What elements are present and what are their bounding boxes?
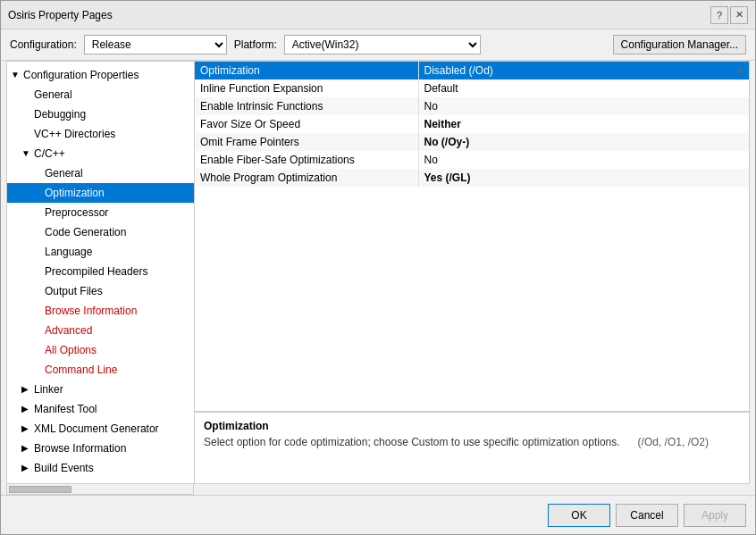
table-row[interactable]: Whole Program Optimization Yes (/GL) <box>195 169 749 187</box>
prop-name: Optimization <box>195 62 418 79</box>
arrow-icon: ▶ <box>21 401 32 417</box>
table-row[interactable]: Omit Frame Pointers No (/Oy-) <box>195 133 749 151</box>
main-content: ▼ Configuration Properties General Debug… <box>6 61 750 484</box>
tree-item-build-events[interactable]: ▶ Build Events <box>7 458 194 478</box>
prop-name: Enable Fiber-Safe Optimizations <box>195 151 418 169</box>
tree-item-label: Build Events <box>34 460 94 476</box>
platform-label: Platform: <box>234 38 277 51</box>
prop-name: Omit Frame Pointers <box>195 133 418 151</box>
prop-value: No <box>418 97 749 115</box>
title-controls: ? ✕ <box>710 6 748 24</box>
properties-table: Optimization Disabled (/Od) ▼ Inline Fun… <box>195 62 749 412</box>
cancel-button[interactable]: Cancel <box>616 504 678 527</box>
prop-value: Yes (/GL) <box>418 169 749 187</box>
tree-item-custom-build[interactable]: ▶ Custom Build Step <box>7 478 194 483</box>
prop-value: Default <box>418 79 749 97</box>
tree-item-linker[interactable]: ▶ Linker <box>7 380 194 399</box>
window-title: Osiris Property Pages <box>8 9 113 21</box>
tree-item-cpp-browse[interactable]: Browse Information <box>7 301 194 321</box>
tree-item-cpp-language[interactable]: Language <box>7 242 194 262</box>
prop-value: Neither <box>418 115 749 133</box>
tree-item-label: Precompiled Headers <box>45 263 147 280</box>
arrow-icon: ▶ <box>21 460 32 476</box>
tree-item-label: Command Line <box>45 362 117 378</box>
prop-value: No (/Oy-) <box>418 133 749 151</box>
tree-item-cpp-advanced[interactable]: Advanced <box>7 321 194 340</box>
right-panel: Optimization Disabled (/Od) ▼ Inline Fun… <box>195 62 749 483</box>
tree-item-cpp-precomp[interactable]: Precompiled Headers <box>7 262 194 281</box>
arrow-icon: ▶ <box>21 440 32 456</box>
toolbar: Configuration: Release Platform: Active(… <box>1 29 755 61</box>
tree-panel: ▼ Configuration Properties General Debug… <box>7 62 195 483</box>
arrow-icon: ▶ <box>21 421 32 437</box>
prop-value-text: Disabled (/Od) <box>424 64 493 77</box>
tree-item-label: All Options <box>45 342 97 358</box>
tree-item-label: Browse Information <box>34 440 126 456</box>
description-text: Select option for code optimization; cho… <box>204 436 740 448</box>
config-manager-button[interactable]: Configuration Manager... <box>613 35 746 54</box>
tree-item-label: Language <box>45 244 92 260</box>
tree-scrollbar[interactable] <box>6 484 194 495</box>
bottom-bar: OK Cancel Apply <box>1 495 755 534</box>
tree-item-label: Advanced <box>45 322 92 339</box>
config-select[interactable]: Release <box>84 35 227 54</box>
tree-item-vc-dirs[interactable]: VC++ Directories <box>7 124 194 144</box>
tree-item-browse-info[interactable]: ▶ Browse Information <box>7 439 194 458</box>
tree-item-label: C/C++ <box>34 146 65 162</box>
tree-item-cpp-codegen[interactable]: Code Generation <box>7 222 194 242</box>
tree-item-cpp-preprocessor[interactable]: Preprocessor <box>7 203 194 222</box>
description-title: Optimization <box>204 420 740 432</box>
tree-item-general[interactable]: General <box>7 85 194 104</box>
table-row[interactable]: Enable Intrinsic Functions No <box>195 97 749 115</box>
table-row[interactable]: Optimization Disabled (/Od) ▼ <box>195 62 749 79</box>
tree-item-label: General <box>45 165 83 181</box>
tree-item-config-props[interactable]: ▼ Configuration Properties <box>7 65 194 85</box>
prop-name: Enable Intrinsic Functions <box>195 97 418 115</box>
tree-item-label: Manifest Tool <box>34 401 97 417</box>
tree-item-debugging[interactable]: Debugging <box>7 104 194 124</box>
tree-item-label: VC++ Directories <box>34 126 115 142</box>
tree-item-label: XML Document Generator <box>34 421 159 437</box>
scroll-thumb[interactable] <box>9 486 71 493</box>
tree-item-manifest-tool[interactable]: ▶ Manifest Tool <box>7 399 194 419</box>
config-label: Configuration: <box>10 38 77 51</box>
arrow-icon: ▼ <box>11 67 21 83</box>
description-panel: Optimization Select option for code opti… <box>195 412 749 483</box>
tree-item-label: General <box>34 87 72 103</box>
dialog: Osiris Property Pages ? ✕ Configuration:… <box>0 0 756 535</box>
title-bar: Osiris Property Pages ? ✕ <box>1 1 755 29</box>
prop-value: No <box>418 151 749 169</box>
arrow-icon: ▶ <box>21 381 32 397</box>
tree-item-label: Debugging <box>34 106 86 122</box>
tree-item-cpp-allopts[interactable]: All Options <box>7 340 194 360</box>
platform-select[interactable]: Active(Win32) <box>284 35 481 54</box>
arrow-icon: ▶ <box>21 480 32 483</box>
table-row[interactable]: Favor Size Or Speed Neither <box>195 115 749 133</box>
tree-item-label: Custom Build Step <box>34 480 122 483</box>
prop-value[interactable]: Disabled (/Od) ▼ <box>418 62 749 79</box>
tree-item-label: Preprocessor <box>45 205 108 221</box>
dropdown-arrow-icon: ▼ <box>736 66 745 76</box>
table-row[interactable]: Enable Fiber-Safe Optimizations No <box>195 151 749 169</box>
tree-item-label: Browse Information <box>45 303 137 319</box>
tree-item-xml-docgen[interactable]: ▶ XML Document Generator <box>7 419 194 439</box>
tree-item-cpp-cmdline[interactable]: Command Line <box>7 360 194 380</box>
tree-item-cpp-output[interactable]: Output Files <box>7 281 194 301</box>
tree-item-label: Configuration Properties <box>23 67 139 83</box>
tree-item-cpp[interactable]: ▼ C/C++ <box>7 144 194 163</box>
prop-name: Whole Program Optimization <box>195 169 418 187</box>
close-button[interactable]: ✕ <box>730 6 748 24</box>
description-text-main: Select option for code optimization; cho… <box>204 436 620 448</box>
tree-item-cpp-general[interactable]: General <box>7 163 194 183</box>
apply-button[interactable]: Apply <box>684 504 746 527</box>
tree-item-label: Linker <box>34 381 63 397</box>
table-row[interactable]: Inline Function Expansion Default <box>195 79 749 97</box>
prop-name: Inline Function Expansion <box>195 79 418 97</box>
tree-item-label: Code Generation <box>45 224 126 240</box>
prop-name: Favor Size Or Speed <box>195 115 418 133</box>
tree-item-cpp-optimization[interactable]: Optimization <box>7 183 194 203</box>
ok-button[interactable]: OK <box>548 504 610 527</box>
tree-item-label: Output Files <box>45 283 103 299</box>
help-button[interactable]: ? <box>710 6 728 24</box>
arrow-icon: ▼ <box>21 146 32 162</box>
